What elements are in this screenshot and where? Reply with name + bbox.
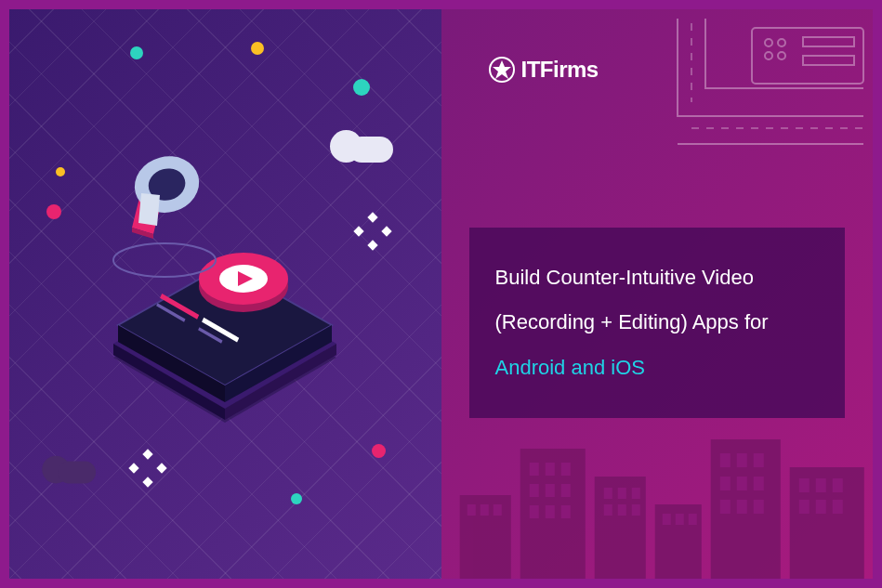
svg-point-11 — [765, 39, 772, 46]
svg-rect-49 — [617, 488, 625, 499]
road-outline-decoration — [640, 9, 873, 214]
logo-text: ITFirms — [521, 57, 599, 83]
svg-rect-30 — [529, 505, 538, 518]
decorative-dot — [353, 79, 370, 96]
decorative-dot — [46, 204, 61, 219]
svg-rect-15 — [803, 37, 854, 46]
svg-rect-33 — [719, 453, 730, 467]
svg-rect-35 — [753, 453, 763, 467]
svg-rect-32 — [560, 505, 570, 518]
headline-box: Build Counter-Intuitive Video (Recording… — [469, 228, 846, 418]
buildings-silhouette — [441, 412, 874, 579]
svg-rect-47 — [832, 500, 842, 514]
svg-rect-44 — [832, 478, 842, 492]
svg-rect-43 — [815, 478, 825, 492]
svg-rect-36 — [719, 477, 730, 490]
svg-rect-26 — [560, 463, 570, 476]
headline-line-2: (Recording + Editing) Apps for — [495, 300, 820, 345]
svg-rect-53 — [631, 504, 639, 516]
decorative-dot — [291, 493, 302, 504]
svg-rect-27 — [529, 484, 538, 497]
logo-icon — [488, 56, 516, 84]
svg-rect-39 — [719, 500, 730, 514]
svg-point-14 — [778, 52, 785, 59]
svg-rect-34 — [736, 453, 746, 467]
svg-rect-31 — [545, 505, 554, 518]
svg-rect-16 — [803, 56, 854, 65]
svg-rect-55 — [480, 504, 488, 516]
phone-illustration — [67, 116, 383, 473]
svg-rect-46 — [815, 500, 825, 514]
logo: ITFirms — [488, 56, 599, 84]
svg-rect-28 — [545, 484, 554, 497]
illustration-panel — [9, 9, 441, 579]
svg-rect-38 — [753, 477, 763, 490]
svg-rect-59 — [688, 514, 696, 525]
headline-line-3: Android and iOS — [495, 346, 820, 390]
svg-rect-48 — [603, 488, 612, 499]
decorative-dot — [251, 42, 264, 55]
svg-point-12 — [778, 39, 785, 46]
svg-rect-45 — [798, 500, 809, 514]
svg-rect-51 — [603, 504, 612, 516]
phone-svg — [67, 116, 383, 469]
svg-point-7 — [113, 243, 216, 277]
svg-rect-40 — [736, 500, 746, 514]
svg-rect-50 — [631, 488, 639, 499]
svg-rect-52 — [617, 504, 625, 516]
svg-rect-58 — [675, 514, 683, 525]
svg-rect-56 — [493, 504, 501, 516]
svg-point-13 — [765, 52, 772, 59]
content-panel: ITFirms Build Counter-Intuitive Video (R… — [441, 9, 874, 579]
svg-rect-41 — [753, 500, 763, 514]
banner-frame: ITFirms Build Counter-Intuitive Video (R… — [9, 9, 873, 579]
svg-rect-54 — [467, 504, 475, 516]
svg-rect-42 — [798, 478, 809, 492]
svg-rect-37 — [736, 477, 746, 490]
svg-rect-24 — [529, 463, 538, 476]
decorative-dot — [56, 167, 65, 176]
headline-line-1: Build Counter-Intuitive Video — [495, 255, 820, 300]
svg-rect-57 — [662, 514, 670, 525]
decorative-dot — [130, 46, 143, 59]
svg-rect-25 — [545, 463, 554, 476]
svg-rect-29 — [560, 484, 570, 497]
